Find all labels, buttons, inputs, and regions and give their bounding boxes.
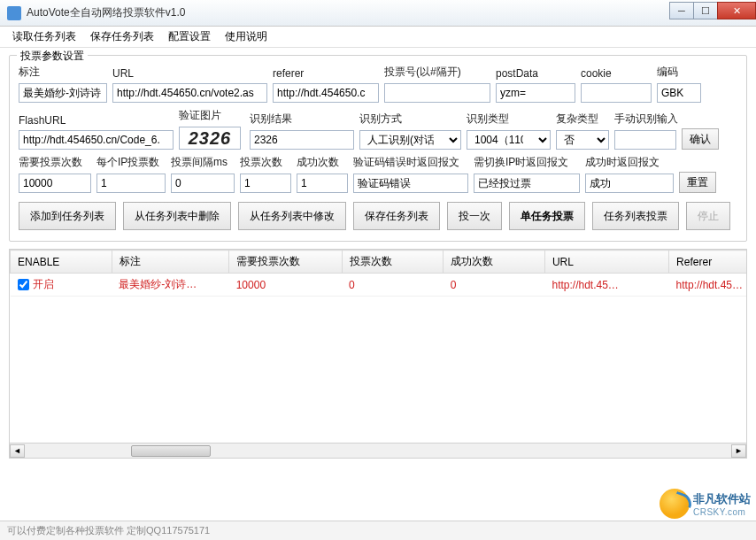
input-needcount[interactable] [19,174,91,193]
label-recresult: 识别结果 [250,112,354,127]
input-votecount[interactable] [240,174,291,193]
input-cookie[interactable] [581,83,652,103]
label-needcount: 需要投票次数 [19,155,91,170]
label-rectype: 识别类型 [467,112,551,127]
watermark: 非凡软件站 CRSKY.com [660,489,751,519]
window-buttons: ─ ☐ ✕ [670,2,756,19]
row-votecount: 0 [342,274,444,297]
input-errret[interactable] [353,174,468,193]
input-encoding[interactable] [657,83,701,103]
label-okret: 成功时返回报文 [585,155,674,170]
th-referer[interactable]: Referer [669,251,747,274]
maximize-button[interactable]: ☐ [693,2,718,19]
label-encoding: 编码 [657,65,701,80]
input-perip[interactable] [96,174,166,193]
menu-config[interactable]: 配置设置 [161,27,218,47]
label-votenum: 投票号(以#隔开) [384,65,490,80]
scroll-track[interactable] [25,444,731,458]
row-needcount: 10000 [229,274,342,297]
select-recmode[interactable]: 人工识别(对话框 [359,130,461,150]
label-perip: 每个IP投票数 [96,155,166,170]
save-tasks-button[interactable]: 保存任务列表 [353,202,440,230]
input-okret[interactable] [585,174,674,193]
row-referer: http://hdt.45… [669,274,747,297]
label-complex: 复杂类型 [556,112,609,127]
label-cookie: cookie [581,67,652,80]
watermark-domain: CRSKY.com [693,507,751,517]
label-errret: 验证码错误时返回报文 [353,155,468,170]
th-url[interactable]: URL [544,251,668,274]
label-recmode: 识别方式 [359,112,461,127]
label-biaozhu: 标注 [19,65,107,80]
scroll-right-icon[interactable]: ► [731,444,746,458]
statusbar: 可以付费定制各种投票软件 定制QQ117575171 [0,521,756,540]
th-enable[interactable]: ENABLE [11,251,112,274]
input-postdata[interactable] [496,83,575,103]
input-switchret[interactable] [474,174,580,193]
app-icon [7,6,21,20]
watermark-logo-icon [660,489,690,519]
th-votecount[interactable]: 投票次数 [342,251,444,274]
vote-once-button[interactable]: 投一次 [447,202,502,230]
window-title: AutoVote全自动网络投票软件v1.0 [27,5,670,20]
input-votenum[interactable] [384,83,490,103]
input-recresult[interactable] [250,130,354,150]
menu-help[interactable]: 使用说明 [218,27,274,47]
row-okcount: 0 [444,274,545,297]
label-switchret: 需切换IP时返回报文 [474,155,580,170]
horizontal-scrollbar[interactable]: ◄ ► [9,444,747,459]
scroll-left-icon[interactable]: ◄ [10,444,25,458]
reset-button[interactable]: 重置 [679,172,716,193]
menu-save-tasks[interactable]: 保存任务列表 [83,27,161,47]
status-text: 可以付费定制各种投票软件 定制QQ117575171 [7,524,210,537]
edit-task-button[interactable]: 从任务列表中修改 [238,202,346,230]
input-referer[interactable] [273,83,379,103]
select-rectype[interactable]: 1004（1104 [467,130,551,150]
input-flashurl[interactable] [19,130,174,150]
label-okcount: 成功次数 [297,155,348,170]
row-enable-checkbox[interactable] [18,279,29,290]
th-needcount[interactable]: 需要投票次数 [229,251,342,274]
th-okcount[interactable]: 成功次数 [444,251,545,274]
delete-task-button[interactable]: 从任务列表中删除 [123,202,231,230]
stop-button[interactable]: 停止 [686,202,730,230]
input-manual[interactable] [614,130,676,150]
label-interval: 投票间隔ms [171,155,235,170]
label-flashurl: FlashURL [19,114,174,127]
vote-params-group: 投票参数设置 标注 URL referer 投票号(以#隔开) postData [9,55,747,242]
menubar: 读取任务列表 保存任务列表 配置设置 使用说明 [0,27,756,48]
minimize-button[interactable]: ─ [669,2,694,19]
label-postdata: postData [496,67,575,80]
table-row[interactable]: 开启 最美婚纱-刘诗… 10000 0 0 http://hdt.45… htt… [11,274,748,297]
input-url[interactable] [112,83,267,103]
input-okcount[interactable] [297,174,348,193]
select-complex[interactable]: 否 [556,130,609,150]
row-enable-label: 开启 [33,278,54,290]
task-table[interactable]: ENABLE 标注 需要投票次数 投票次数 成功次数 URL Referer 投… [9,249,747,444]
close-button[interactable]: ✕ [717,2,756,19]
label-votecount: 投票次数 [240,155,291,170]
single-task-vote-button[interactable]: 单任务投票 [509,202,585,230]
confirm-button[interactable]: 确认 [682,128,719,150]
task-list-vote-button[interactable]: 任务列表投票 [592,202,679,230]
label-captcha-img: 验证图片 [179,108,244,123]
menu-load-tasks[interactable]: 读取任务列表 [5,27,83,47]
input-interval[interactable] [171,174,235,193]
groupbox-title: 投票参数设置 [17,49,88,64]
row-url: http://hdt.45… [544,274,668,297]
scroll-thumb[interactable] [131,445,211,457]
label-referer: referer [273,67,379,80]
th-biaozhu[interactable]: 标注 [112,251,229,274]
input-biaozhu[interactable] [19,83,107,103]
label-manual: 手动识别输入 [614,112,676,127]
add-task-button[interactable]: 添加到任务列表 [19,202,116,230]
row-biaozhu: 最美婚纱-刘诗… [112,274,229,297]
label-url: URL [112,67,267,80]
watermark-name: 非凡软件站 [693,492,751,505]
titlebar: AutoVote全自动网络投票软件v1.0 ─ ☐ ✕ [0,0,756,27]
captcha-image: 2326 [179,127,241,150]
